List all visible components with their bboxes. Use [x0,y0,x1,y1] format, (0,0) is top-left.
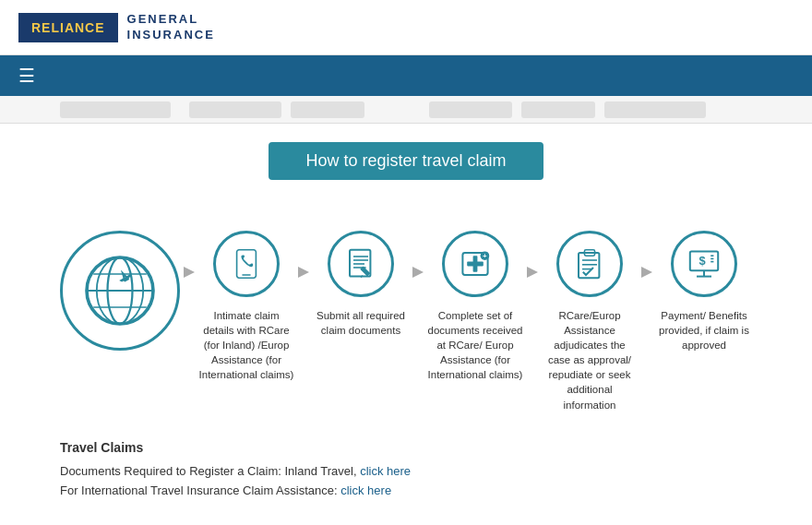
tab-placeholder-2[interactable] [189,101,281,118]
logo-brand: RELIANCE [18,13,118,42]
arrow-icon-1 [180,263,198,281]
svg-text:$: $ [699,254,705,268]
svg-marker-10 [298,267,309,278]
step-document-text: Submit all required claim documents [313,308,409,338]
tabbar [0,96,812,124]
arrow-icon-3 [409,263,427,281]
globe-icon [60,231,180,351]
medical-svg: + [457,245,494,282]
phone-svg [228,245,265,282]
svg-marker-30 [641,267,652,278]
travel-claims-title: Travel Claims [60,440,752,455]
tab-placeholder-4[interactable] [429,101,512,118]
step-clipboard-text: RCare/Europ Assistance adjudicates the c… [542,308,638,412]
click-here-link-1[interactable]: click here [360,464,411,478]
svg-rect-21 [467,262,484,267]
step-clipboard: RCare/Europ Assistance adjudicates the c… [542,231,638,412]
arrow-icon-5 [638,263,656,281]
monitor-svg: $ [686,245,722,282]
document-icon [328,231,394,297]
medical-icon: + [442,231,508,297]
monitor-icon: $ [671,231,737,297]
title-banner: How to register travel claim [269,142,543,180]
svg-text:+: + [483,252,487,260]
arrow-icon-4 [523,263,542,281]
arrow-icon-2 [294,263,313,281]
step-medical-text: Complete set of documents received at RC… [427,308,523,382]
step-globe [60,231,180,362]
travel-claims-section: Travel Claims Documents Required to Regi… [60,440,752,497]
arrow-4 [523,231,542,281]
arrow-3 [409,231,427,281]
step-phone: Intimate claim details with RCare (for I… [198,231,294,382]
clipboard-svg [571,245,608,282]
step-monitor: $ Payment/ Benefits provided, if claim i… [656,231,752,352]
svg-marker-9 [184,267,195,278]
arrow-1 [180,231,198,281]
steps-row: Intimate claim details with RCare (for I… [60,231,752,412]
navbar: ☰ [0,55,812,96]
svg-rect-25 [579,253,599,278]
travel-claims-line2: For International Travel Insurance Claim… [60,483,752,497]
svg-marker-18 [412,267,424,278]
title-wrapper: How to register travel claim [60,142,752,208]
step-monitor-text: Payment/ Benefits provided, if claim is … [656,308,752,352]
tab-placeholder-6[interactable] [604,101,706,118]
step-phone-text: Intimate claim details with RCare (for I… [198,308,294,382]
tab-placeholder-5[interactable] [521,101,595,118]
step-document: Submit all required claim documents [313,231,409,338]
clipboard-icon [556,231,623,297]
tab-placeholder-1[interactable] [60,101,171,118]
logo-text: GENERAL INSURANCE [127,12,215,43]
hamburger-icon[interactable]: ☰ [18,65,35,87]
arrow-2 [294,231,313,281]
globe-svg [78,249,161,332]
header: RELIANCE GENERAL INSURANCE [0,0,812,55]
step-medical: + Complete set of documents received at … [427,231,523,382]
document-svg [342,245,379,282]
tab-placeholder-3[interactable] [291,101,364,118]
arrow-5 [638,231,656,281]
travel-claims-line1: Documents Required to Register a Claim: … [60,464,752,478]
logo-brand-text: RELIANCE [31,20,105,35]
click-here-link-2[interactable]: click here [340,483,391,497]
phone-icon [213,231,280,297]
svg-marker-24 [527,267,538,278]
main-content: How to register travel claim [0,124,812,525]
